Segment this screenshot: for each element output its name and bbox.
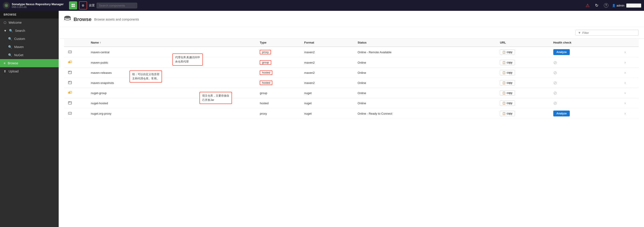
copy-button[interactable]: 📋 copy bbox=[500, 60, 515, 65]
health-dash: ⊘ bbox=[553, 80, 557, 85]
row-arrow[interactable]: › bbox=[621, 88, 638, 98]
col-header-health: Health check bbox=[550, 38, 621, 47]
home-button[interactable] bbox=[69, 1, 77, 10]
row-status: Online - Ready to Connect bbox=[354, 108, 496, 119]
row-arrow-button[interactable]: › bbox=[624, 101, 626, 105]
signout-button[interactable]: ↪ Sign out bbox=[626, 4, 641, 8]
row-name: nuget-hosted bbox=[87, 98, 256, 108]
copy-icon: 📋 bbox=[502, 81, 506, 84]
copy-button[interactable]: 📋 copy bbox=[500, 100, 515, 106]
browse-title: Browse bbox=[74, 16, 92, 22]
svg-rect-26 bbox=[69, 113, 71, 114]
health-dash: ⊘ bbox=[553, 70, 557, 75]
health-dash: ⊘ bbox=[553, 101, 557, 106]
repo-table: Name ↑ Type Format Status URL Health che… bbox=[64, 38, 638, 119]
table-row: nuget-hosted hosted nuget Online 📋 copy … bbox=[64, 98, 638, 108]
upload-icon: ⬆ bbox=[4, 70, 6, 73]
row-health[interactable]: ⊘ bbox=[550, 58, 621, 68]
row-url: 📋 copy bbox=[496, 108, 550, 119]
search-input[interactable] bbox=[96, 3, 137, 8]
row-icon bbox=[64, 58, 87, 68]
sidebar-item-label: Welcome bbox=[8, 21, 22, 24]
row-health[interactable]: Analyze bbox=[550, 47, 621, 58]
row-health[interactable]: Analyze bbox=[550, 108, 621, 119]
table-row: maven-snapshots hosted maven2 Online 📋 c… bbox=[64, 78, 638, 88]
svg-text:N: N bbox=[6, 4, 8, 7]
row-arrow-button[interactable]: › bbox=[624, 71, 626, 75]
copy-label: copy bbox=[506, 50, 512, 54]
sidebar-item-label: Custom bbox=[14, 37, 25, 40]
svg-rect-3 bbox=[73, 4, 75, 5]
copy-button[interactable]: 📋 copy bbox=[500, 70, 515, 75]
row-name: maven-releases bbox=[87, 68, 256, 78]
row-arrow-button[interactable]: › bbox=[624, 60, 626, 64]
copy-button[interactable]: 📋 copy bbox=[500, 90, 515, 96]
row-health[interactable]: ⊘ bbox=[550, 78, 621, 88]
table-row: maven-releases hosted maven2 Online 📋 co… bbox=[64, 68, 638, 78]
settings-button[interactable]: ⚙ bbox=[79, 1, 87, 10]
row-arrow-button[interactable]: › bbox=[624, 81, 626, 85]
copy-button[interactable]: 📋 copy bbox=[500, 111, 515, 116]
analyze-button[interactable]: Analyze bbox=[553, 110, 570, 116]
alert-button[interactable]: ⚠ bbox=[584, 2, 592, 9]
row-format: maven2 bbox=[300, 68, 354, 78]
sidebar-item-welcome[interactable]: ⬡ Welcome bbox=[0, 18, 59, 27]
sidebar-item-label: Upload bbox=[8, 70, 18, 73]
copy-button[interactable]: 📋 copy bbox=[500, 50, 515, 55]
svg-point-17 bbox=[69, 82, 69, 82]
filter-bar: ▼ bbox=[59, 27, 644, 38]
row-arrow-button[interactable]: › bbox=[624, 91, 626, 95]
row-arrow-button[interactable]: › bbox=[624, 112, 626, 116]
table-row: maven-public group maven2 Online 📋 copy … bbox=[64, 58, 638, 68]
sidebar-item-upload[interactable]: ⬆ Upload bbox=[0, 67, 59, 75]
svg-point-14 bbox=[70, 71, 70, 72]
copy-button[interactable]: 📋 copy bbox=[500, 80, 515, 86]
sidebar: Browse ⬡ Welcome ▼ 🔍 Search 🔍 Custom 🔍 M… bbox=[0, 11, 59, 227]
row-arrow[interactable]: › bbox=[621, 58, 638, 68]
sidebar-item-label: Search bbox=[15, 29, 25, 32]
row-name: maven-public bbox=[87, 58, 256, 68]
copy-label: copy bbox=[506, 92, 512, 94]
row-arrow[interactable]: › bbox=[621, 47, 638, 58]
row-format: nuget bbox=[300, 98, 354, 108]
row-arrow[interactable]: › bbox=[621, 68, 638, 78]
row-health[interactable]: ⊘ bbox=[550, 88, 621, 98]
analyze-button[interactable]: Analyze bbox=[553, 49, 570, 55]
svg-rect-5 bbox=[73, 6, 75, 7]
row-url: 📋 copy bbox=[496, 68, 550, 78]
col-header-name[interactable]: Name ↑ bbox=[87, 38, 256, 47]
sidebar-item-browse[interactable]: ≡ Browse bbox=[0, 59, 59, 67]
svg-rect-8 bbox=[69, 52, 71, 52]
help-button[interactable]: ? bbox=[602, 2, 610, 8]
main-layout: Browse ⬡ Welcome ▼ 🔍 Search 🔍 Custom 🔍 M… bbox=[0, 11, 644, 227]
row-health[interactable]: ⊘ bbox=[550, 98, 621, 108]
row-arrow[interactable]: › bbox=[621, 78, 638, 88]
row-type: group bbox=[256, 58, 300, 68]
row-type: proxy bbox=[256, 47, 300, 58]
col-header-format: Format bbox=[300, 38, 354, 47]
col-header-type: Type bbox=[256, 38, 300, 47]
sidebar-item-nuget[interactable]: 🔍 NuGet bbox=[0, 51, 59, 59]
browse-subtitle: Browse assets and components bbox=[94, 18, 139, 21]
copy-icon: 📋 bbox=[502, 92, 506, 94]
row-status: Online bbox=[354, 78, 496, 88]
refresh-button[interactable]: ↻ bbox=[593, 2, 600, 9]
filter-input[interactable] bbox=[582, 31, 636, 34]
database-icon bbox=[64, 15, 71, 23]
app-name: Sonatype Nexus Repository Manager bbox=[12, 2, 64, 6]
sidebar-section-browse: Browse bbox=[0, 11, 59, 18]
row-arrow[interactable]: › bbox=[621, 108, 638, 119]
row-arrow-button[interactable]: › bbox=[624, 50, 626, 54]
type-text: hosted bbox=[260, 102, 268, 105]
browse-icon: ≡ bbox=[4, 62, 6, 65]
row-status: Online bbox=[354, 98, 496, 108]
row-health[interactable]: ⊘ bbox=[550, 68, 621, 78]
sidebar-item-maven[interactable]: 🔍 Maven bbox=[0, 43, 59, 51]
svg-point-13 bbox=[69, 71, 69, 72]
row-arrow[interactable]: › bbox=[621, 98, 638, 108]
sidebar-item-search[interactable]: ▼ 🔍 Search bbox=[0, 27, 59, 35]
row-status: Online bbox=[354, 88, 496, 98]
row-name: nuget.org-proxy bbox=[87, 108, 256, 119]
copy-icon: 📋 bbox=[502, 71, 506, 74]
sidebar-item-custom[interactable]: 🔍 Custom bbox=[0, 35, 59, 43]
